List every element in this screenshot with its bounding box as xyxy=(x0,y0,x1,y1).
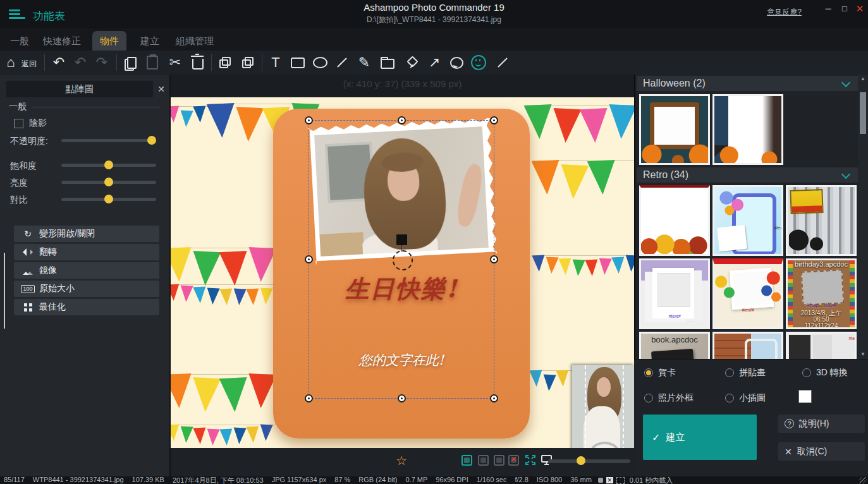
tab-objects[interactable]: 物件 xyxy=(92,31,126,51)
view-mode-3-icon[interactable] xyxy=(494,455,504,466)
cancel-button[interactable]: ✕ 取消(C) xyxy=(778,442,865,461)
close-button[interactable]: ✕ xyxy=(853,3,867,15)
send-backward-button[interactable] xyxy=(238,52,257,73)
radio-collage[interactable]: 拼貼畫 xyxy=(725,367,766,378)
crop-guide-line[interactable] xyxy=(585,365,586,448)
panel-scroll-indicator[interactable] xyxy=(4,253,5,329)
redo-button[interactable]: ↷ xyxy=(92,52,111,73)
selection-handle[interactable] xyxy=(490,255,498,263)
radio-3d-transform[interactable]: 3D 轉換 xyxy=(802,367,848,378)
selection-handle[interactable] xyxy=(305,255,313,263)
chevron-down-icon[interactable] xyxy=(843,170,850,178)
view-mode-photo-icon[interactable] xyxy=(462,455,472,466)
tab-organize[interactable]: 組織管理 xyxy=(168,31,221,51)
optimize-button[interactable]: 最佳化 xyxy=(14,299,159,315)
insert-image-button[interactable] xyxy=(378,52,397,73)
tab-create[interactable]: 建立 xyxy=(133,31,167,51)
undo-button[interactable]: ↶ xyxy=(71,52,90,73)
rotation-handle[interactable] xyxy=(393,250,413,270)
feedback-link[interactable]: 意見反應? xyxy=(767,7,802,18)
paste-button[interactable] xyxy=(143,52,162,73)
speech-bubble-tool-button[interactable] xyxy=(447,52,466,73)
shadow-checkbox-row[interactable]: 陰影 xyxy=(14,118,47,129)
radio-photo-frame[interactable]: 照片外框 xyxy=(644,392,694,404)
selection-handle[interactable] xyxy=(398,394,406,402)
flip-button[interactable]: 翻轉 xyxy=(14,244,159,260)
smiley-tool-button[interactable] xyxy=(469,52,488,73)
template-thumb-book[interactable]: book.apcdoc xyxy=(639,332,710,359)
text-tool-button[interactable]: T xyxy=(266,52,285,73)
minimize-button[interactable]: ─ xyxy=(821,3,835,15)
crop-guide-line[interactable] xyxy=(623,365,624,448)
selection-handle[interactable] xyxy=(490,116,498,124)
category-halloween[interactable]: Halloween (2) xyxy=(637,76,858,91)
resize-grip[interactable] xyxy=(859,477,867,483)
saturation-slider[interactable] xyxy=(61,164,156,167)
undo-all-button[interactable]: ↶ xyxy=(49,52,68,73)
template-thumb-halloween-2[interactable] xyxy=(712,94,783,165)
panel-close-button[interactable]: ✕ xyxy=(154,81,168,97)
shadow-checkbox[interactable] xyxy=(14,119,23,128)
template-thumb-birthday3[interactable]: birthday3.apcdoc #hap...day# 2013/4/8, 上… xyxy=(786,258,857,329)
template-thumb-collage[interactable]: #text# xyxy=(786,332,857,359)
template-thumb-balloons[interactable]: #text# xyxy=(712,258,783,329)
slider-knob[interactable] xyxy=(104,160,113,169)
brightness-slider[interactable] xyxy=(61,181,156,184)
copy-button[interactable] xyxy=(120,52,139,73)
straight-line-tool-button[interactable] xyxy=(493,52,512,73)
category-retro[interactable]: Retro (34) xyxy=(637,167,858,183)
home-button[interactable]: ⌂ xyxy=(1,52,20,73)
discard-photo-icon[interactable] xyxy=(508,455,519,466)
selection-handle[interactable] xyxy=(305,394,313,402)
toggle-transform-button[interactable]: ↻ 變形開啟/關閉 xyxy=(14,226,159,242)
selection-handle[interactable] xyxy=(398,116,406,124)
background-color-swatch[interactable] xyxy=(798,390,812,403)
zoom-slider-knob[interactable] xyxy=(577,456,585,465)
template-thumb-wedding[interactable] xyxy=(786,185,857,256)
home-label[interactable]: 返回 xyxy=(21,59,37,70)
source-photo-preview[interactable] xyxy=(572,365,634,448)
contrast-slider[interactable] xyxy=(61,198,156,201)
template-thumb-halloween-1[interactable] xyxy=(639,94,710,165)
ellipse-tool-button[interactable] xyxy=(310,52,329,73)
rectangle-tool-button[interactable] xyxy=(288,52,307,73)
selection-handle[interactable] xyxy=(490,394,498,402)
template-thumb-brick[interactable] xyxy=(712,332,783,359)
scroll-down-arrow[interactable]: ▼ xyxy=(858,350,868,359)
template-thumb-polaroid[interactable]: #text# xyxy=(639,258,710,329)
delete-button[interactable] xyxy=(188,52,207,73)
anchor-handle[interactable] xyxy=(396,234,407,245)
pencil-tool-button[interactable]: ✎ xyxy=(355,52,374,73)
tab-general[interactable]: 一般 xyxy=(3,31,37,51)
selection-rectangle[interactable] xyxy=(309,120,494,399)
selection-handle[interactable] xyxy=(305,116,313,124)
scrollbar-thumb[interactable] xyxy=(860,92,866,134)
fullscreen-icon[interactable] xyxy=(525,454,536,466)
slider-knob[interactable] xyxy=(104,195,113,203)
radio-greeting-card[interactable]: 賀卡 xyxy=(644,367,676,378)
radio-vignette[interactable]: 小插圖 xyxy=(725,392,766,404)
maximize-button[interactable]: □ xyxy=(838,3,852,15)
rating-star-icon[interactable]: ☆ xyxy=(396,453,407,468)
view-mode-2-icon[interactable] xyxy=(478,455,489,466)
line-tool-button[interactable] xyxy=(333,52,351,73)
slider-knob[interactable] xyxy=(147,136,156,145)
template-thumb-autumn[interactable] xyxy=(639,185,710,256)
canvas-image[interactable]: 生日快樂! 您的文字在此! xyxy=(171,97,634,448)
template-thumb-baby[interactable]: #text# xyxy=(712,185,783,256)
pin-tool-button[interactable] xyxy=(402,52,421,73)
templates-scrollbar[interactable]: ▲ ▼ xyxy=(858,75,868,359)
chevron-down-icon[interactable] xyxy=(843,78,850,86)
original-size-button[interactable]: 100 原始大小 xyxy=(14,281,159,297)
help-button[interactable]: ? 說明(H) xyxy=(778,414,865,433)
create-button[interactable]: ✓ 建立 xyxy=(643,414,757,460)
slider-knob[interactable] xyxy=(104,178,113,186)
bring-forward-button[interactable] xyxy=(216,52,235,73)
opacity-slider[interactable] xyxy=(61,139,156,142)
cut-button[interactable]: ✂ xyxy=(166,52,185,73)
mirror-button[interactable]: 鏡像 xyxy=(14,262,159,279)
tab-quick-fix[interactable]: 快速修正 xyxy=(35,31,89,51)
zoom-slider[interactable] xyxy=(548,459,630,463)
arrow-tool-button[interactable]: ↗ xyxy=(425,52,444,73)
scroll-up-arrow[interactable]: ▲ xyxy=(858,75,868,83)
